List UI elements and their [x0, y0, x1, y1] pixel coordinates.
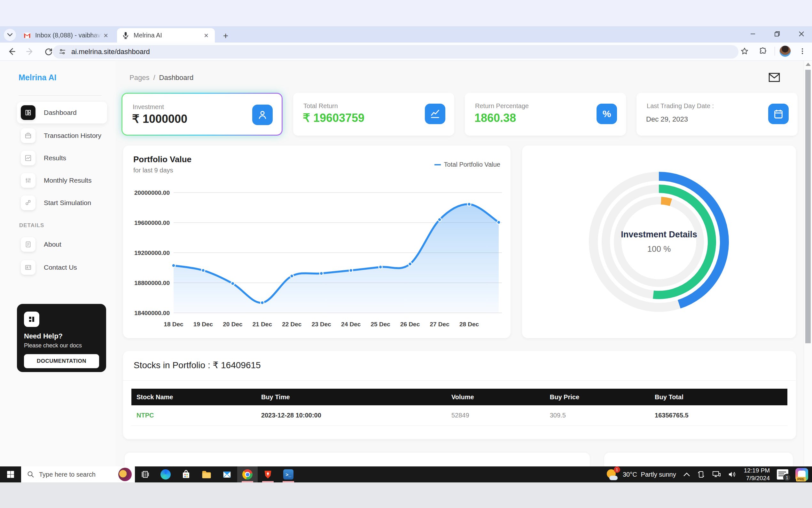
restore-button[interactable]: [770, 28, 784, 40]
documentation-button[interactable]: DOCUMENTATION: [24, 354, 99, 368]
browser-menu-icon[interactable]: [795, 44, 809, 58]
mail-app-button[interactable]: [217, 466, 237, 482]
breadcrumb-separator: /: [153, 74, 155, 82]
sidebar-item-monthly-results[interactable]: Monthly Results: [17, 170, 106, 191]
sidebar-item-label: Transaction History: [44, 132, 101, 139]
mail-app-icon: [222, 470, 232, 479]
windows-logo-icon: [6, 470, 15, 478]
stats-row: Investment ₹ 1000000 Total Return ₹ 1960…: [122, 93, 798, 136]
back-button[interactable]: [4, 44, 18, 58]
table-header-row: Stock Name Buy Time Volume Buy Price Buy…: [131, 389, 787, 405]
sidebar-item-contact-us[interactable]: Contact Us: [17, 257, 106, 278]
store-icon: [181, 470, 191, 479]
window-controls: [746, 28, 809, 40]
col-buy-price: Buy Price: [545, 393, 650, 401]
sidebar-item-about[interactable]: About: [17, 234, 106, 255]
svg-text:22 Dec: 22 Dec: [282, 321, 302, 328]
tablet-mode-icon[interactable]: [697, 470, 705, 478]
page-scrollbar[interactable]: [804, 61, 812, 466]
sidebar-item-label: Dashboard: [44, 109, 77, 117]
search-highlight-icon[interactable]: [118, 468, 132, 481]
forward-button[interactable]: [23, 44, 37, 58]
tab-close-icon[interactable]: ×: [102, 31, 110, 40]
weather-badge: 1: [614, 466, 620, 473]
person-icon: [252, 104, 273, 125]
url-bar[interactable]: ai.melrina.site/dashboard: [53, 45, 738, 58]
sidebar-item-label: Results: [44, 154, 66, 162]
brand-title[interactable]: Melrina AI: [18, 73, 57, 82]
close-window-button[interactable]: [794, 28, 809, 40]
copilot-button[interactable]: PRE: [795, 468, 808, 481]
sidebar-item-transaction-history[interactable]: Transaction History: [17, 125, 106, 146]
svg-text:21 Dec: 21 Dec: [252, 321, 272, 328]
portfolio-line-chart[interactable]: 20000000.0019600000.0019200000.001880000…: [126, 181, 507, 334]
bookmark-star-button[interactable]: [737, 44, 752, 58]
stocks-table: Stock Name Buy Time Volume Buy Price Buy…: [131, 389, 787, 426]
tab-melrina[interactable]: Melrina AI ×: [117, 28, 215, 43]
chrome-app-button[interactable]: [237, 466, 258, 482]
cell-volume: 52849: [446, 412, 545, 419]
stat-card-total-return[interactable]: Total Return ₹ 19603759: [293, 93, 454, 136]
task-view-button[interactable]: [135, 466, 155, 482]
stat-card-investment[interactable]: Investment ₹ 1000000: [122, 93, 283, 136]
store-app-button[interactable]: [176, 466, 196, 482]
scrollbar-thumb[interactable]: [805, 70, 811, 343]
chart-legend[interactable]: Total Portfolio Value: [434, 161, 500, 168]
cell-buy-total: 16356765.5: [650, 412, 787, 419]
page-content: Melrina AI Dashboard Transaction History…: [0, 61, 812, 466]
brave-app-button[interactable]: [258, 466, 278, 482]
edge-app-button[interactable]: [155, 466, 176, 482]
col-buy-total: Buy Total: [650, 393, 787, 401]
url-text: ai.melrina.site/dashboard: [71, 48, 150, 56]
divider: [123, 380, 796, 381]
file-explorer-button[interactable]: [196, 466, 217, 482]
breadcrumb-root[interactable]: Pages: [130, 74, 149, 82]
svg-text:24 Dec: 24 Dec: [341, 321, 361, 328]
cell-buy-price: 309.5: [545, 412, 650, 419]
sidebar-item-start-simulation[interactable]: Start Simulation: [17, 192, 106, 214]
results-icon: [21, 151, 36, 165]
task-view-icon: [141, 470, 150, 479]
main-area: Pages / Dashboard Investment ₹ 1000000: [116, 61, 804, 466]
new-tab-button[interactable]: +: [221, 31, 231, 41]
taskbar-search-box[interactable]: Type here to search: [21, 466, 135, 482]
minimize-button[interactable]: [746, 28, 760, 40]
tab-close-icon[interactable]: ×: [202, 31, 210, 40]
tray-chevron-icon[interactable]: [683, 472, 690, 477]
notification-center-button[interactable]: 1: [777, 469, 789, 479]
sidebar: Melrina AI Dashboard Transaction History…: [0, 61, 116, 466]
sidebar-item-dashboard[interactable]: Dashboard: [17, 102, 107, 124]
start-button[interactable]: [0, 466, 21, 482]
calendar-icon: [768, 103, 789, 124]
stat-card-last-trading-day[interactable]: Last Trading Day Date : Dec 29, 2023: [636, 93, 798, 136]
stat-value: Dec 29, 2023: [646, 115, 688, 124]
extensions-icon[interactable]: [756, 44, 770, 58]
sidebar-item-label: About: [44, 241, 61, 248]
stat-label: Investment: [133, 103, 164, 111]
table-row[interactable]: NTPC 2023-12-28 10:00:00 52849 309.5 163…: [131, 405, 787, 426]
network-icon[interactable]: [712, 471, 721, 478]
weather-widget[interactable]: 1 30°C Partly sunny: [606, 468, 676, 481]
donut-value: 100 %: [648, 244, 671, 254]
breadcrumb-current: Dashboard: [159, 74, 194, 82]
powershell-app-button[interactable]: >_: [278, 466, 299, 482]
gmail-icon: [23, 31, 31, 40]
stat-card-return-percentage[interactable]: Return Percentage 1860.38 %: [465, 93, 626, 136]
clock-widget[interactable]: 12:19 PM 7/9/2024: [744, 467, 770, 482]
tab-label: Inbox (8,088) - vaibhav36vp@g: [35, 32, 102, 39]
scrollbar-up-arrow[interactable]: [806, 63, 811, 66]
site-settings-icon[interactable]: [58, 48, 66, 56]
partial-card-right: [604, 453, 793, 466]
toolbar-right: [737, 44, 809, 58]
sidebar-item-results[interactable]: Results: [17, 147, 106, 169]
volume-icon[interactable]: [728, 471, 737, 478]
chart-title: Portfolio Value: [133, 155, 191, 164]
tray-date: 7/9/2024: [744, 474, 770, 482]
mail-icon[interactable]: [767, 71, 781, 84]
svg-text:18800000.00: 18800000.00: [134, 280, 170, 286]
tab-search-button[interactable]: [4, 29, 16, 41]
tab-gmail[interactable]: Inbox (8,088) - vaibhav36vp@g ×: [18, 28, 114, 43]
stat-value: ₹ 1000000: [132, 112, 187, 126]
profile-avatar[interactable]: [779, 45, 791, 57]
col-buy-time: Buy Time: [256, 393, 446, 401]
